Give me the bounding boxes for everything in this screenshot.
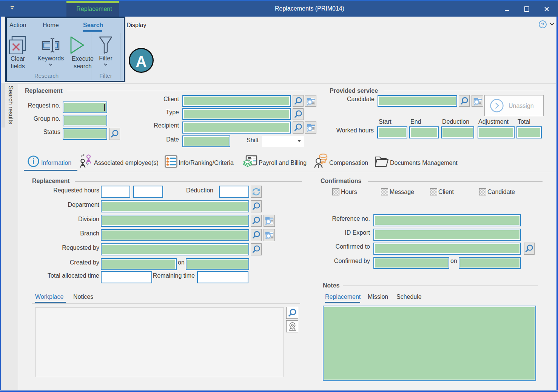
svg-text:?: ? [86,161,89,168]
